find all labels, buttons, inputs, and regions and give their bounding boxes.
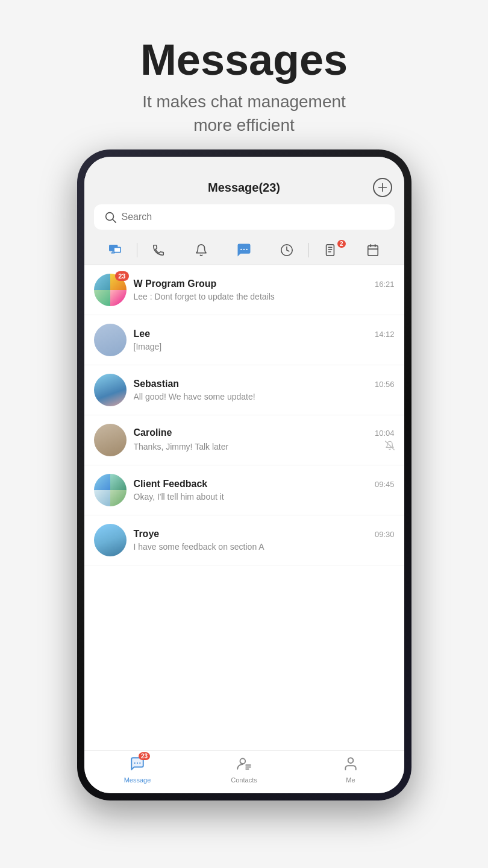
svg-point-9 (243, 248, 245, 250)
message-preview: Thanks, Jimmy! Talk later (134, 441, 395, 452)
chat-bubble-icon (236, 242, 252, 259)
message-content: Caroline 10:04 Thanks, Jimmy! Talk later (134, 427, 395, 452)
toolbar-calendar[interactable] (352, 237, 395, 263)
message-nav-label: Message (124, 776, 151, 784)
calendar-icon (366, 244, 380, 257)
message-preview: All good! We have some update! (134, 392, 395, 401)
message-time: 09:45 (375, 480, 395, 489)
avatar-container (94, 324, 127, 356)
monitor-icon (108, 244, 122, 257)
nav-item-contacts[interactable]: Contacts (191, 756, 298, 784)
plus-icon (376, 181, 389, 194)
message-time: 10:56 (375, 380, 395, 389)
tasks-badge: 2 (337, 240, 346, 248)
app-header: Message(23) (84, 175, 404, 200)
clock-icon (280, 244, 293, 257)
message-content: Lee 14:12 [Image] (134, 329, 395, 351)
unread-badge: 23 (115, 271, 128, 281)
svg-rect-16 (368, 245, 378, 256)
search-bar[interactable] (94, 204, 395, 230)
avatar-container (94, 474, 127, 506)
list-item[interactable]: Troye 09:30 I have some feedback on sect… (84, 515, 404, 565)
message-time: 16:21 (375, 280, 395, 289)
mute-icon (385, 441, 395, 452)
list-item[interactable]: 23 W Program Group 16:21 Lee : Dont forg… (84, 265, 404, 315)
search-bar-container (84, 200, 404, 236)
message-time: 10:04 (375, 429, 395, 438)
message-content: W Program Group 16:21 Lee : Dont forget … (134, 278, 395, 301)
message-content: Troye 09:30 I have some feedback on sect… (134, 529, 395, 552)
phone-icon (152, 244, 165, 257)
svg-line-20 (385, 441, 394, 450)
sender-name: W Program Group (134, 278, 217, 289)
svg-point-24 (240, 758, 246, 764)
nav-item-me[interactable]: Me (298, 756, 404, 784)
message-content: Client Feedback 09:45 Okay, I'll tell hi… (134, 479, 395, 502)
list-item[interactable]: Caroline 10:04 Thanks, Jimmy! Talk later (84, 415, 404, 465)
search-icon (104, 210, 117, 224)
message-preview: Lee : Dont forget to update the details (134, 292, 395, 301)
page-subtitle: It makes chat management more efficient (140, 90, 348, 137)
avatar (94, 324, 127, 356)
svg-point-21 (134, 762, 136, 763)
status-bar (84, 157, 404, 175)
svg-point-28 (348, 758, 354, 763)
bell-icon (195, 244, 208, 257)
avatar-container: 23 (94, 274, 127, 306)
list-item[interactable]: Lee 14:12 [Image] (84, 315, 404, 365)
page-title: Messages (140, 36, 348, 84)
me-nav-label: Me (346, 776, 355, 784)
phone-frame: Message(23) (77, 149, 411, 800)
search-input[interactable] (122, 212, 385, 222)
message-time: 14:12 (375, 330, 395, 339)
avatar-container (94, 524, 127, 556)
page-header: Messages It makes chat management more e… (140, 0, 348, 137)
svg-rect-12 (327, 244, 334, 255)
sender-name: Client Feedback (134, 479, 208, 489)
svg-point-23 (139, 762, 140, 763)
message-nav-badge: 23 (139, 752, 150, 760)
svg-point-8 (240, 248, 242, 250)
avatar (94, 474, 127, 506)
message-content: Sebastian 10:56 All good! We have some u… (134, 379, 395, 401)
avatar (94, 424, 127, 456)
sender-name: Caroline (134, 427, 172, 438)
avatar (94, 524, 127, 556)
toolbar-notifications[interactable] (180, 237, 223, 263)
list-item[interactable]: Client Feedback 09:45 Okay, I'll tell hi… (84, 465, 404, 515)
svg-point-10 (246, 248, 248, 250)
me-nav-icon (343, 756, 358, 772)
toolbar-chat[interactable] (223, 236, 266, 265)
toolbar-all-messages[interactable] (94, 237, 137, 263)
svg-point-22 (137, 762, 138, 763)
toolbar-tasks[interactable]: 2 (309, 237, 352, 263)
list-item[interactable]: Sebastian 10:56 All good! We have some u… (84, 365, 404, 415)
avatar-container (94, 374, 127, 406)
add-message-button[interactable] (373, 178, 392, 197)
sender-name: Sebastian (134, 379, 180, 389)
avatar (94, 374, 127, 406)
toolbar-calls[interactable] (137, 237, 180, 263)
svg-rect-5 (114, 247, 120, 252)
message-time: 09:30 (375, 530, 395, 539)
sender-name: Lee (134, 329, 151, 339)
toolbar: 2 (84, 236, 404, 265)
message-preview: Okay, I'll tell him about it (134, 492, 395, 502)
clipboard-icon (324, 244, 337, 257)
bottom-nav: 23 Message Contacts (84, 750, 404, 793)
message-preview: I have some feedback on section A (134, 542, 395, 552)
phone-screen: Message(23) (84, 157, 404, 793)
message-preview: [Image] (134, 342, 395, 351)
sender-name: Troye (134, 529, 160, 539)
contacts-nav-label: Contacts (231, 776, 257, 784)
nav-item-message[interactable]: 23 Message (84, 756, 191, 784)
contacts-nav-icon (236, 756, 252, 772)
app-header-title: Message(23) (208, 181, 280, 195)
message-list: 23 W Program Group 16:21 Lee : Dont forg… (84, 265, 404, 750)
toolbar-recent[interactable] (266, 237, 308, 263)
avatar-container (94, 424, 127, 456)
svg-line-3 (113, 219, 116, 222)
